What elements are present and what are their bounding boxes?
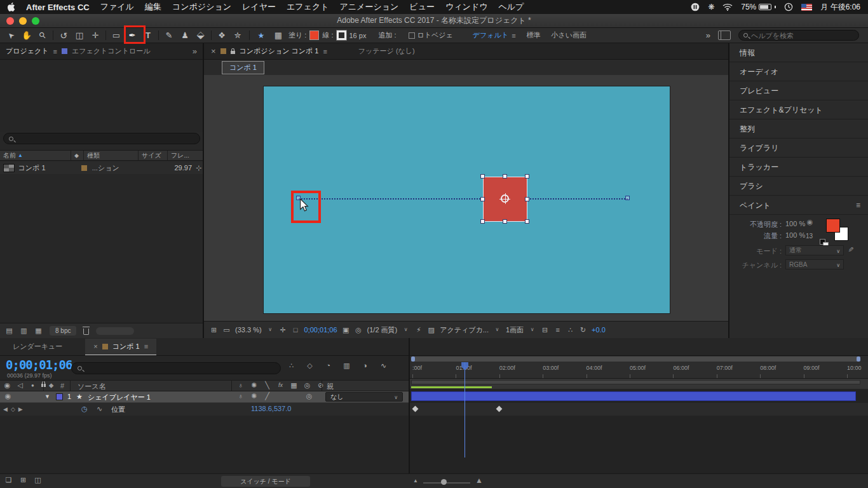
hand-tool[interactable] <box>20 29 34 42</box>
menubar-menu-item[interactable]: ヘルプ <box>498 1 524 13</box>
column-type[interactable]: 種類 <box>84 151 139 160</box>
eye-column-icon[interactable] <box>3 382 11 389</box>
clone-stamp-tool[interactable] <box>178 29 192 42</box>
composition-viewer[interactable] <box>204 75 728 321</box>
workspace-panel-icon[interactable] <box>718 30 731 40</box>
tab-timeline-comp[interactable]: × コンポ 1 ≡ <box>85 339 156 355</box>
frame-blend-switch-icon[interactable] <box>290 382 298 389</box>
zoom-out-mountain-icon[interactable]: ▲ <box>413 478 418 484</box>
timeline-zoom-knob[interactable] <box>441 479 447 485</box>
region-of-interest-icon[interactable] <box>292 327 300 334</box>
help-search-input[interactable] <box>751 32 846 39</box>
layer-visibility-eye-icon[interactable]: ◉ <box>4 393 12 400</box>
close-window-button[interactable] <box>6 17 14 25</box>
wifi-icon[interactable] <box>722 3 733 11</box>
safe-margins-icon[interactable] <box>279 327 287 334</box>
rotation-tool[interactable] <box>57 29 71 42</box>
sidebar-panel-item[interactable]: プレビュー <box>729 81 868 100</box>
adjustment-switch-icon[interactable] <box>316 382 325 389</box>
pixel-aspect-icon[interactable] <box>541 327 549 334</box>
chevron-down-icon[interactable] <box>266 327 275 332</box>
panel-overflow-chevrons[interactable]: » <box>193 46 197 56</box>
fan-icon[interactable]: ❋ <box>708 3 714 11</box>
snapshot-camera-icon[interactable] <box>342 327 350 334</box>
mode-dropdown[interactable]: 通常 <box>785 245 844 255</box>
help-search-box[interactable] <box>738 30 859 41</box>
source-name-column-header[interactable]: ソース名 <box>78 382 106 391</box>
solo-column-icon[interactable] <box>29 382 37 389</box>
flowchart-icon[interactable] <box>566 327 574 334</box>
opacity-value[interactable]: 100 % <box>785 220 805 227</box>
keyframe-diamond[interactable] <box>412 406 419 412</box>
menubar-menu-item[interactable]: ウィンドウ <box>445 1 488 13</box>
index-column-header[interactable]: # <box>60 382 64 390</box>
grid-options-icon[interactable] <box>210 327 218 334</box>
position-property-row[interactable]: ◀ ◇ ▶ ◷ ∿ 位置 1138.6,537.0 <box>0 403 409 416</box>
composition-canvas[interactable] <box>264 86 670 313</box>
property-value[interactable]: 1138.6,537.0 <box>251 405 291 412</box>
sidebar-panel-item[interactable]: エフェクト&プリセット <box>729 100 868 119</box>
zoom-in-mountain-icon[interactable]: ▲ <box>475 476 483 485</box>
chevron-down-icon[interactable] <box>528 327 536 332</box>
motion-blur-switch-icon[interactable] <box>303 382 311 389</box>
composition-panel-menu-icon[interactable]: ≡ <box>323 48 327 55</box>
camera-tool[interactable] <box>72 29 86 42</box>
menubar-menu-item[interactable]: ビュー <box>409 1 435 13</box>
rotobezier-toggle[interactable]: ロトベジェ <box>409 30 453 40</box>
workspace-small-screen[interactable]: 小さい画面 <box>552 30 587 40</box>
zoom-window-button[interactable] <box>32 17 39 25</box>
sidebar-panel-item[interactable]: 整列 <box>729 119 868 139</box>
panel-paint[interactable]: ペイント ≡ <box>729 196 868 215</box>
parent-column-header[interactable]: 親 <box>327 382 334 391</box>
app-menu[interactable]: After Effects CC <box>26 3 90 12</box>
stopwatch-icon[interactable]: ◷ <box>81 405 88 413</box>
close-tab-icon[interactable]: × <box>211 46 216 56</box>
column-name[interactable]: 名前▲ <box>0 151 71 160</box>
keyframe-diamond[interactable] <box>496 406 503 412</box>
sidebar-panel-item[interactable]: ブラシ <box>729 177 868 196</box>
in-out-panes-icon[interactable] <box>4 477 13 484</box>
layer-duration-bar[interactable] <box>411 391 856 401</box>
paint-panel-menu-icon[interactable]: ≡ <box>856 196 860 214</box>
sidebar-panel-item[interactable]: オーディオ <box>729 62 868 81</box>
bit-depth-button[interactable]: 8 bpc <box>50 326 76 336</box>
current-timecode[interactable]: 0;00;01;06 <box>6 358 72 372</box>
channel-dropdown[interactable]: RGBA <box>785 259 844 269</box>
timeline-button-icon[interactable] <box>553 327 562 334</box>
workspace-overflow-chevrons[interactable]: » <box>706 30 710 40</box>
pan-behind-tool[interactable] <box>88 29 102 42</box>
motion-path-end-keyframe[interactable] <box>625 196 630 200</box>
audio-column-icon[interactable] <box>16 382 24 389</box>
navigator-start-handle[interactable] <box>411 356 415 362</box>
sidebar-panel-item[interactable]: トラッカー <box>729 158 868 177</box>
time-ruler[interactable]: :00f01:00f02:00f03:00f04:00f05:00f06:00f… <box>410 362 868 379</box>
sidebar-panel-item[interactable]: 情報 <box>729 43 868 62</box>
time-navigator[interactable] <box>410 356 868 362</box>
parent-dropdown[interactable]: なし <box>325 392 403 402</box>
shy-switch-icon[interactable] <box>236 393 245 400</box>
workspace-standard[interactable]: 標準 <box>527 30 541 40</box>
airbrush-icon[interactable]: ◉ <box>806 219 814 226</box>
tab-project[interactable]: プロジェクト <box>6 46 49 56</box>
property-name[interactable]: 位置 <box>111 405 125 414</box>
input-source-flag-icon[interactable] <box>801 4 812 11</box>
fast-previews-icon[interactable] <box>414 327 423 334</box>
hide-shy-icon[interactable] <box>324 362 332 369</box>
selection-handle[interactable] <box>480 197 485 201</box>
menubar-menu-item[interactable]: アニメーション <box>340 1 399 13</box>
pause-icon[interactable] <box>691 3 700 11</box>
fill-color-swatch[interactable] <box>309 30 319 40</box>
anchor-point[interactable] <box>501 194 509 203</box>
new-composition-icon[interactable] <box>34 327 43 334</box>
flow-value[interactable]: 100 % <box>785 231 805 239</box>
comp-navigator-crumb[interactable]: コンポ 1 <box>222 61 264 74</box>
lock-icon[interactable] <box>231 51 235 54</box>
puppet-tool[interactable] <box>231 29 245 42</box>
frame-blending-icon[interactable] <box>342 362 351 369</box>
rotobezier-checkbox[interactable] <box>409 32 415 39</box>
timemachine-clock-icon[interactable] <box>784 3 793 11</box>
previous-keyframe-icon[interactable]: ◀ <box>3 406 8 412</box>
quality-switch-icon[interactable] <box>263 382 271 389</box>
selection-tool[interactable] <box>4 29 18 42</box>
resolution[interactable]: (1/2 画質) <box>367 325 398 335</box>
